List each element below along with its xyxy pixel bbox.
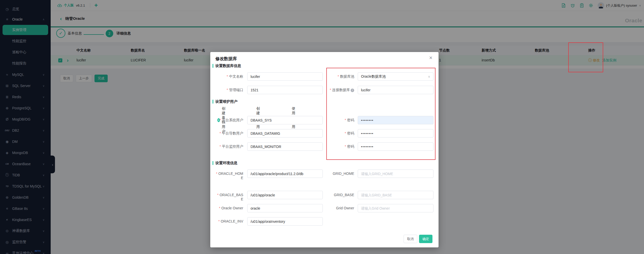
field-label-connect-db: 连接数据库i — [327, 88, 354, 92]
sys-user-input[interactable] — [247, 116, 323, 124]
connect-db-input[interactable] — [358, 86, 433, 94]
field-label-oracle-inv: ORACLE_INV — [216, 219, 243, 224]
close-icon[interactable]: × — [429, 55, 432, 61]
field-label-oracle-base: ORACLE_BASE — [216, 193, 243, 201]
field-label-sys-password: 密码 — [327, 118, 354, 122]
info-icon: i — [351, 89, 354, 92]
chevron-down-icon: ∨ — [428, 75, 430, 78]
field-label-pool: 数据库池 — [327, 74, 354, 79]
datamig-user-input[interactable] — [247, 129, 323, 138]
section-db-info: 设置数据库信息 — [213, 63, 241, 68]
name-input[interactable] — [247, 72, 323, 81]
sys-password-input[interactable] — [358, 116, 433, 124]
field-label-datamig-user: 平台导数用户 — [216, 131, 243, 136]
datamig-password-input[interactable] — [358, 129, 433, 138]
field-label-oracle-owner: Oracle Owner — [216, 206, 243, 210]
port-input[interactable] — [247, 86, 323, 94]
oracle-owner-input[interactable] — [247, 204, 323, 212]
field-label-port: 管理端口 — [216, 88, 243, 92]
field-label-grid-home: GRID_HOME — [327, 172, 354, 176]
pool-select[interactable]: Oracle数据库池 ∨ — [358, 72, 433, 81]
section-environment-info: 设置环境信息 — [213, 161, 237, 165]
grid-base-input[interactable] — [358, 191, 433, 199]
field-label-grid-owner: Grid Owner — [327, 206, 354, 210]
oracle-home-input[interactable] — [247, 170, 323, 178]
grid-home-input[interactable] — [358, 170, 433, 178]
connect-db-label-text: 连接数据库 — [332, 88, 350, 92]
oracle-base-input[interactable] — [247, 191, 323, 199]
field-label-sys-user: 平台系统用户 — [216, 118, 243, 122]
pool-select-value: Oracle数据库池 — [361, 74, 386, 79]
field-label-datamig-password: 密码 — [327, 131, 354, 136]
modify-database-modal: 修改数据库 × 设置数据库信息 中文名称 数据库池 Oracle数据库池 ∨ 管… — [210, 52, 439, 247]
monitor-password-input[interactable] — [358, 142, 433, 151]
section-maintenance-users: 设置维护用户 — [213, 99, 237, 104]
field-label-grid-base: GRID_BASE — [327, 193, 354, 197]
modal-title: 修改数据库 — [215, 56, 237, 62]
grid-owner-input[interactable] — [358, 204, 433, 212]
modal-cancel-button[interactable]: 取消 — [404, 235, 417, 243]
app-root: ◷ 总览 ≡ Oracle ∧ 实例管理 性能监控 巡检中心 性能报告 ≈ My… — [0, 0, 644, 254]
modal-confirm-button[interactable]: 确定 — [419, 235, 432, 243]
oracle-inv-input[interactable] — [247, 217, 323, 226]
field-label-monitor-user: 平台监控用户 — [216, 144, 243, 149]
monitor-user-input[interactable] — [247, 142, 323, 151]
field-label-name: 中文名称 — [216, 74, 243, 79]
field-label-oracle-home: ORACLE_HOME — [216, 172, 243, 180]
field-label-monitor-password: 密码 — [327, 144, 354, 149]
